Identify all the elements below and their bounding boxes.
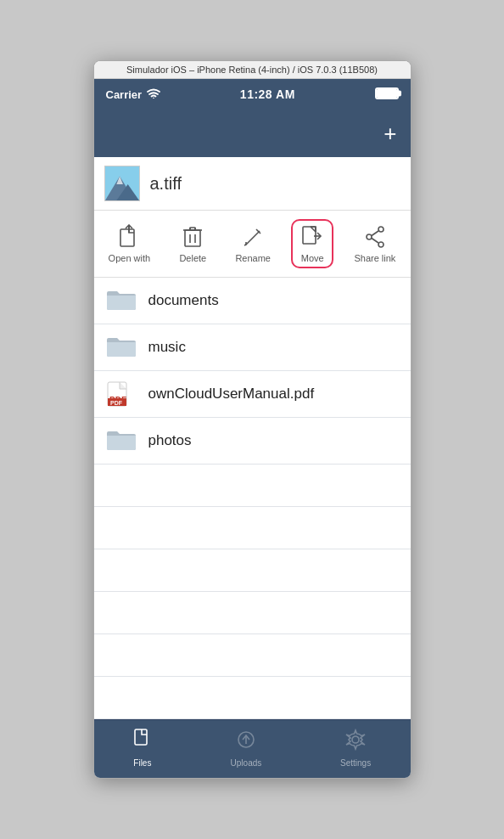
delete-icon <box>180 224 205 250</box>
list-item-name: photos <box>148 432 192 449</box>
tab-bar: Files Uploads Settings <box>94 719 411 778</box>
move-label: Move <box>301 253 324 263</box>
uploads-tab-label: Uploads <box>231 758 262 768</box>
share-link-button[interactable]: Share link <box>345 219 404 268</box>
tab-settings[interactable]: Settings <box>323 727 388 769</box>
uploads-tab-icon <box>236 729 256 756</box>
svg-rect-32 <box>135 729 147 745</box>
list-item-name: music <box>148 339 186 356</box>
carrier-label: Carrier <box>106 88 143 101</box>
svg-line-27 <box>372 239 378 244</box>
move-button[interactable]: Move <box>291 219 333 268</box>
list-item[interactable]: music <box>94 324 411 371</box>
svg-rect-15 <box>190 228 195 230</box>
time-display: 11:28 AM <box>240 87 295 101</box>
tab-files[interactable]: Files <box>116 727 169 769</box>
empty-row <box>94 634 411 677</box>
add-button[interactable]: + <box>384 122 396 144</box>
svg-point-2 <box>238 127 251 140</box>
wifi-icon <box>147 88 160 101</box>
file-list: documents music PDF <box>94 278 411 719</box>
cloud-icon <box>232 118 272 149</box>
settings-tab-label: Settings <box>340 758 371 768</box>
svg-point-0 <box>153 97 154 98</box>
empty-row <box>94 549 411 592</box>
svg-point-3 <box>252 125 267 140</box>
share-link-icon <box>362 224 388 250</box>
svg-rect-11 <box>185 230 200 246</box>
open-with-button[interactable]: Open with <box>100 219 160 268</box>
folder-icon <box>106 288 137 313</box>
file-name: a.tiff <box>150 174 182 194</box>
file-thumbnail <box>104 166 140 201</box>
list-item[interactable]: photos <box>94 418 411 465</box>
svg-point-25 <box>378 242 384 247</box>
list-item-name: documents <box>148 292 219 309</box>
svg-point-4 <box>244 121 260 138</box>
empty-row <box>94 677 411 719</box>
status-bar: Carrier 11:28 AM <box>94 79 411 110</box>
move-icon <box>300 224 325 250</box>
empty-row <box>94 592 411 634</box>
svg-point-23 <box>378 227 384 232</box>
svg-line-18 <box>246 231 260 245</box>
pdf-icon: PDF PDF <box>106 381 137 407</box>
rename-button[interactable]: Rename <box>227 219 279 268</box>
svg-point-1 <box>237 127 267 143</box>
svg-point-24 <box>367 234 372 239</box>
open-with-label: Open with <box>109 253 151 263</box>
empty-row <box>94 465 411 507</box>
battery-indicator <box>375 87 399 102</box>
folder-icon <box>106 428 137 453</box>
tab-uploads[interactable]: Uploads <box>214 727 279 769</box>
svg-text:PDF: PDF <box>110 400 123 406</box>
empty-row <box>94 507 411 549</box>
share-link-label: Share link <box>354 253 395 263</box>
list-item[interactable]: documents <box>94 278 411 324</box>
svg-rect-9 <box>120 229 134 246</box>
title-bar: Simulador iOS – iPhone Retina (4-inch) /… <box>94 61 411 79</box>
settings-tab-icon <box>344 729 367 756</box>
delete-button[interactable]: Delete <box>171 219 215 268</box>
action-toolbar: Open with Delete <box>94 211 411 278</box>
title-bar-text: Simulador iOS – iPhone Retina (4-inch) /… <box>126 65 378 75</box>
files-tab-label: Files <box>133 758 151 768</box>
open-with-icon <box>116 224 142 250</box>
delete-label: Delete <box>179 253 206 263</box>
folder-icon <box>106 335 137 360</box>
nav-bar: + <box>94 110 411 157</box>
rename-icon <box>240 224 266 250</box>
list-item[interactable]: PDF PDF ownCloudUserManual.pdf <box>94 371 411 418</box>
list-item-name: ownCloudUserManual.pdf <box>148 386 315 403</box>
files-tab-icon <box>133 729 152 756</box>
rename-label: Rename <box>235 253 271 263</box>
status-left: Carrier <box>106 88 161 101</box>
svg-line-26 <box>372 231 378 236</box>
svg-line-21 <box>311 227 316 232</box>
device-frame: Simulador iOS – iPhone Retina (4-inch) /… <box>93 60 412 779</box>
svg-point-35 <box>352 736 359 743</box>
file-header: a.tiff <box>94 157 411 211</box>
